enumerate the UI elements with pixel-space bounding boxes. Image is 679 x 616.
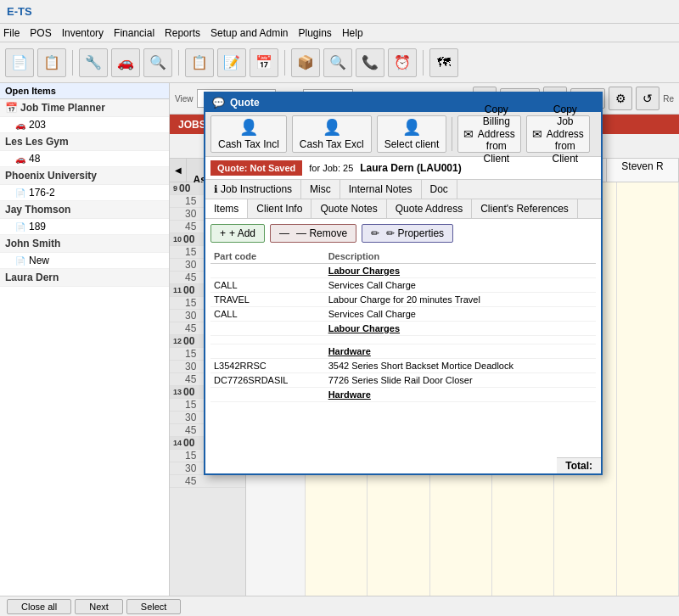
col-nav-prev[interactable]: ◀ (170, 159, 187, 182)
sidebar-item-189[interactable]: 📄 189 (0, 219, 169, 235)
table-row[interactable]: CALL Services Call Charge (210, 307, 596, 322)
toolbar-add-job[interactable]: 🔧 (79, 48, 108, 77)
email-icon-1: ✉ (463, 127, 474, 142)
toolbar-open[interactable]: 📋 (37, 48, 66, 77)
toolbar-separator-4 (423, 50, 424, 76)
minus-icon: — (279, 227, 289, 239)
tab-doc[interactable]: Doc (422, 180, 457, 199)
email-icon-2: ✉ (532, 127, 542, 142)
menu-setup[interactable]: Setup and Admin (210, 27, 288, 39)
toolbar-search2[interactable]: 🔍 (323, 48, 352, 77)
time-14-45: 45 (170, 475, 245, 488)
menu-pos[interactable]: POS (30, 27, 51, 39)
toolbar-new-doc[interactable]: 📄 (5, 48, 34, 77)
toolbar-truck[interactable]: 🚗 (111, 48, 140, 77)
next-button[interactable]: Next (75, 599, 123, 614)
sidebar-section-job-planner[interactable]: 📅 Job Time Planner (0, 99, 169, 117)
tab-quote-address[interactable]: Quote Address (387, 199, 472, 218)
sidebar: Open Items 📅 Job Time Planner 🚗 203 Les … (0, 83, 170, 596)
menu-financial[interactable]: Financial (114, 27, 154, 39)
toolbar-separator-3 (284, 50, 285, 76)
menu-help[interactable]: Help (342, 27, 363, 39)
quote-toolbar: 👤 Cash Tax Incl 👤 Cash Tax Excl 👤 Select… (205, 112, 601, 157)
doc-icon-2: 📄 (15, 222, 25, 232)
add-button[interactable]: + + Add (210, 224, 265, 243)
pencil-icon: ✏ (371, 227, 379, 239)
remove-button[interactable]: — — Remove (270, 224, 356, 243)
menu-file[interactable]: File (3, 27, 20, 39)
car-icon: 🚗 (15, 120, 25, 130)
tab-client-info[interactable]: Client Info (248, 199, 311, 218)
calendar-content: View Day View Week View Month View Hide … (170, 83, 679, 596)
cash-tax-excl-button[interactable]: 👤 Cash Tax Excl (292, 115, 372, 153)
col-steven-r[interactable]: Steven R (607, 159, 679, 182)
sidebar-section-jay[interactable]: Jay Thomson (0, 201, 169, 219)
sidebar-section-john[interactable]: John Smith (0, 235, 169, 253)
toolbar-search[interactable]: 🔍 (143, 48, 172, 77)
labour-section-end: Labour Charges (325, 322, 596, 336)
tab-job-instructions[interactable]: ℹ Job Instructions (205, 180, 301, 199)
menu-reports[interactable]: Reports (165, 27, 200, 39)
items-table: Part code Description Labour Charges CAL… (210, 249, 596, 402)
table-row[interactable]: TRAVEL Labour Charge for 20 minutes Trav… (210, 293, 596, 307)
doc-icon-1: 📄 (15, 188, 25, 198)
col-description: Description (325, 249, 596, 264)
qt-separator (452, 117, 452, 151)
toolbar-forms[interactable]: 📝 (217, 48, 246, 77)
toolbar-box[interactable]: 📦 (291, 48, 320, 77)
select-client-button[interactable]: 👤 Select client (377, 115, 447, 153)
labour-section-label: Labour Charges (325, 264, 596, 278)
menu-inventory[interactable]: Inventory (62, 27, 104, 39)
tab-clients-references[interactable]: Client's References (472, 199, 578, 218)
sidebar-item-176-2[interactable]: 📄 176-2 (0, 185, 169, 201)
re-label: Re (663, 94, 674, 104)
sidebar-item-203[interactable]: 🚗 203 (0, 117, 169, 133)
quote-content: + + Add — — Remove ✏ ✏ Properties (205, 219, 601, 473)
tab-items[interactable]: Items (205, 199, 248, 218)
quote-tabs-bottom: Items Client Info Quote Notes Quote Addr… (205, 199, 601, 219)
close-all-button[interactable]: Close all (7, 599, 71, 614)
toolbar-calendar[interactable]: 📅 (250, 48, 278, 77)
section-hardware-header: Hardware (210, 344, 596, 359)
toolbar-separator-2 (178, 50, 179, 76)
tab-quote-notes[interactable]: Quote Notes (311, 199, 386, 218)
cash-tax-incl-button[interactable]: 👤 Cash Tax Incl (210, 115, 287, 153)
table-row[interactable]: L3542RRSC 3542 Series Short Backset Mort… (210, 359, 596, 373)
menu-plugins[interactable]: Plugins (299, 27, 332, 39)
select-button[interactable]: Select (126, 599, 182, 614)
tab-internal-notes[interactable]: Internal Notes (340, 180, 422, 199)
sidebar-section-leslesgym[interactable]: Les Les Gym (0, 133, 169, 151)
select-client-icon: 👤 (402, 118, 421, 137)
tab-misc[interactable]: Misc (301, 180, 340, 199)
bottom-bar: Close all Next Select (0, 596, 679, 616)
spacer-row (210, 336, 596, 344)
desc-dc7726: 7726 Series Slide Rail Door Closer (325, 373, 596, 388)
main-toolbar: 📄 📋 🔧 🚗 🔍 📋 📝 📅 📦 🔍 📞 ⏰ 🗺 (0, 42, 679, 83)
table-row[interactable]: CALL Services Call Charge (210, 278, 596, 293)
toolbar-clipboard[interactable]: 📋 (185, 48, 214, 77)
sidebar-section-laura[interactable]: Laura Dern (0, 269, 169, 287)
copy-billing-button[interactable]: ✉ Copy Billing Address from Client (457, 115, 521, 153)
section-labour-header: Labour Charges (210, 264, 596, 278)
desc-travel: Labour Charge for 20 minutes Travel (325, 293, 596, 307)
quote-job-for: for Job: 25 (309, 163, 353, 173)
toolbar-map[interactable]: 🗺 (429, 48, 458, 77)
sidebar-item-new[interactable]: 📄 New (0, 253, 169, 269)
car-icon-2: 🚗 (15, 154, 25, 164)
settings-icon[interactable]: ⚙ (609, 87, 632, 110)
app-logo: E-TS (7, 5, 32, 18)
refresh-icon[interactable]: ↺ (636, 87, 659, 110)
sidebar-item-48[interactable]: 🚗 48 (0, 151, 169, 167)
copy-job-button[interactable]: ✉ Copy Job Address from Client (526, 115, 590, 153)
toolbar-clock[interactable]: ⏰ (388, 48, 417, 77)
toolbar-phone[interactable]: 📞 (356, 48, 384, 77)
doc-icon-3: 📄 (15, 256, 25, 266)
part-code-l3542: L3542RRSC (210, 359, 325, 373)
quote-status: Quote: Not Saved (210, 160, 302, 176)
cash-excl-icon: 👤 (323, 118, 341, 137)
properties-button[interactable]: ✏ ✏ Properties (362, 224, 453, 243)
quote-header-label: Quote (230, 97, 260, 109)
calendar-icon: 📅 (5, 102, 18, 114)
sidebar-section-phoenix[interactable]: Phoenix University (0, 167, 169, 185)
table-row[interactable]: DC7726SRDASIL 7726 Series Slide Rail Doo… (210, 373, 596, 388)
